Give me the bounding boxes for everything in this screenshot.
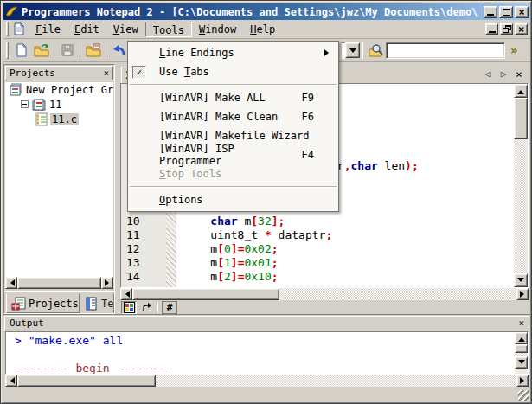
projects-panel-header: Projects × (5, 66, 113, 80)
menubar-item-edit[interactable]: Edit (67, 22, 106, 37)
scroll-left-icon[interactable] (120, 288, 132, 300)
title-bar[interactable]: Programmers Notepad 2 - [C:\Documents an… (3, 3, 530, 20)
save-button[interactable] (57, 41, 77, 60)
code-token: ; (272, 270, 279, 283)
scroll-right-icon[interactable] (516, 288, 529, 300)
menu-separator (128, 183, 338, 190)
scrollbar-track[interactable] (156, 375, 516, 387)
scrollbar-track[interactable] (279, 288, 516, 300)
code-line: 14 m[2]=0x10; (121, 270, 514, 284)
menu-item-use-tabs[interactable]: ✓Use Tabs (128, 62, 338, 81)
scroll-right-icon[interactable] (516, 375, 529, 387)
tree-item-11-c[interactable]: 11.c (5, 112, 113, 126)
close-button-icon[interactable]: × (515, 6, 529, 18)
tab-scroll-left-icon[interactable]: ◁ (482, 68, 494, 80)
document-icon[interactable] (13, 22, 25, 35)
code-token: * (265, 228, 272, 241)
tree-item-label: New Project Group (24, 84, 113, 96)
menubar-item-help[interactable]: Help (243, 22, 282, 37)
resize-grip-icon[interactable] (518, 390, 529, 401)
menu-item-line-endings[interactable]: Line Endings (128, 43, 338, 62)
new-file-button[interactable] (11, 41, 31, 60)
menubar-item-view[interactable]: View (106, 22, 145, 37)
undo-button[interactable] (109, 41, 129, 60)
project-group-icon (8, 83, 22, 97)
mdi-restore-icon[interactable] (500, 23, 513, 35)
menubar-item-tools[interactable]: Tools (145, 22, 192, 37)
textclips-tab-icon (84, 297, 99, 311)
code-text: m[2]=0x10; (176, 270, 279, 284)
scroll-right-icon[interactable] (101, 277, 113, 289)
code-text: uint8_t * dataptr; (176, 228, 332, 242)
panel-tab-label: Te (101, 298, 113, 310)
toolbar-overflow-icon[interactable]: » (510, 43, 517, 57)
scrollbar-thumb[interactable] (515, 344, 528, 353)
open-file-button[interactable] (31, 41, 51, 60)
fold-margin-cell (166, 270, 176, 284)
output-hscrollbar[interactable] (5, 375, 529, 387)
tree-item-11[interactable]: 11 (5, 97, 113, 112)
tab-scroll-right-icon[interactable]: ▷ (497, 68, 510, 80)
scrollbar-thumb[interactable] (17, 375, 156, 387)
code-text: char m[32]; (176, 215, 285, 228)
code-token: 0x02 (244, 242, 271, 255)
maximize-button-icon[interactable] (499, 6, 513, 18)
code-token: ; (325, 228, 332, 241)
editor-hscrollbar[interactable] (120, 288, 529, 300)
menu-item-winavr-make-clean[interactable]: [WinAVR] Make CleanF6 (128, 107, 338, 126)
find-in-files-button[interactable] (366, 41, 386, 60)
word-wrap-icon[interactable] (138, 301, 154, 314)
scrollbar-track[interactable] (514, 139, 528, 273)
menu-item-winavr-isp-programmer[interactable]: [WinAVR] ISP ProgrammerF4 (128, 145, 338, 164)
scroll-down-icon[interactable] (514, 273, 528, 287)
projects-hscrollbar[interactable] (5, 277, 113, 289)
menubar-grip-icon[interactable] (6, 22, 9, 36)
code-text: m[0]=0x02; (176, 242, 279, 256)
code-token: ] (231, 256, 238, 269)
open-project-button[interactable] (83, 41, 103, 60)
scroll-up-icon[interactable] (515, 332, 528, 344)
scroll-down-icon[interactable] (515, 356, 528, 369)
menu-item-winavr-make-all[interactable]: [WinAVR] Make ALLF9 (128, 88, 338, 107)
mdi-close-icon[interactable]: × (515, 23, 528, 35)
scroll-left-icon[interactable] (5, 277, 17, 289)
mdi-minimize-icon[interactable] (485, 23, 498, 35)
document-close-icon[interactable]: × (513, 67, 525, 80)
editor-vscrollbar[interactable] (514, 84, 528, 287)
toolbar-separator (80, 42, 80, 59)
code-token (183, 215, 210, 228)
code-line: 13 m[1]=0x01; (121, 256, 514, 270)
code-token: ] (272, 215, 279, 228)
code-token: ); (405, 159, 419, 172)
toolbar-grip-icon[interactable] (6, 42, 9, 60)
search-input[interactable] (386, 42, 505, 59)
code-token: char (210, 215, 237, 228)
menu-shortcut: F9 (302, 92, 330, 104)
menubar-item-file[interactable]: File (29, 22, 67, 37)
tree-item-new-project-group[interactable]: New Project Group (5, 82, 113, 97)
code-token: ] (231, 270, 238, 283)
output-vscrollbar[interactable] (515, 332, 528, 374)
menu-item-label: Stop Tools (151, 168, 221, 180)
code-text: m[1]=0x01; (176, 256, 279, 270)
scrollbar-thumb[interactable] (132, 288, 279, 300)
minimize-button-icon[interactable] (484, 6, 497, 18)
tree-expander-icon[interactable] (21, 100, 29, 108)
split-view-grid-icon[interactable] (121, 301, 137, 314)
menu-item-label: [WinAVR] Make ALL (151, 92, 266, 104)
output-console[interactable]: > "make.exe" all -------- begin -------- (5, 331, 529, 375)
panel-tab-te[interactable]: Te (80, 293, 114, 313)
output-close-icon[interactable]: × (518, 318, 524, 328)
menu-bar: FileEditViewToolsWindowHelp × (3, 20, 530, 39)
line-numbers-icon[interactable]: # (162, 301, 177, 314)
menu-item-options[interactable]: Options (128, 190, 338, 209)
menubar-item-window[interactable]: Window (192, 22, 243, 37)
projects-close-icon[interactable]: × (103, 68, 109, 78)
scroll-up-icon[interactable] (514, 84, 528, 98)
panel-tab-projects[interactable]: Projects (6, 293, 80, 313)
scrollbar-thumb[interactable] (17, 277, 101, 289)
combobox-dropdown-icon[interactable] (345, 42, 360, 58)
scrollbar-thumb[interactable] (514, 98, 528, 139)
scroll-left-icon[interactable] (5, 375, 17, 387)
projects-panel-title: Projects (10, 67, 55, 79)
